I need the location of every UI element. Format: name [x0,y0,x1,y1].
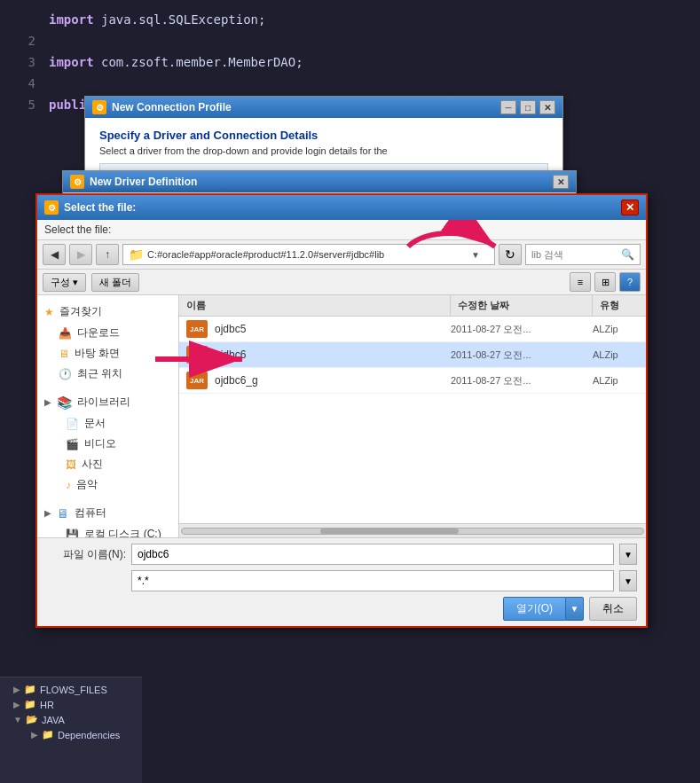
tree-folder-icon: 📁 [42,729,54,740]
sidebar-item-video[interactable]: 🎬 비디오 [37,434,178,454]
new-folder-label: 새 폴더 [99,277,131,287]
tree-item-label: HR [40,700,54,710]
recent-label: 최근 위치 [77,366,122,381]
search-input[interactable] [531,249,621,260]
maximize-button[interactable]: □ [520,100,536,114]
tree-item-label: JAVA [42,715,65,725]
search-box[interactable]: 🔍 [525,244,641,265]
computer-icon: 🖥 [57,506,69,521]
file-type-input[interactable] [131,570,614,591]
sidebar-item-music[interactable]: ♪ 음악 [37,474,178,495]
sidebar-favorites-section[interactable]: ★ 즐겨찾기 [37,301,178,323]
sidebar-item-recent[interactable]: 🕐 최근 위치 [37,364,178,384]
file-list-body: JAR ojdbc5 2011-08-27 오전... ALZip JAR oj… [179,317,646,523]
file-second-toolbar: 구성 ▾ 새 폴더 ≡ ⊞ ? [37,270,646,295]
minimize-button[interactable]: ─ [500,100,516,114]
driver-dialog-title: New Driver Definition [90,176,197,188]
file-type-dropdown-button[interactable]: ▼ [619,570,637,591]
open-button-group: 열기(O) ▼ [503,597,584,621]
file-row-ojdbc6[interactable]: JAR ojdbc6 2011-08-27 오전... ALZip [179,342,646,368]
sidebar-item-photos[interactable]: 🖼 사진 [37,454,178,474]
tree-arrow: ▼ [13,715,22,724]
organize-button[interactable]: 구성 ▾ [43,273,86,292]
file-type-ojdbc6: ALZip [593,349,646,360]
library-arrow-icon: ▶ [44,397,51,407]
tree-panel: ▶ 📁 FLOWS_FILES ▶ 📁 HR ▼ 📂 JAVA ▶ 📁 Depe… [0,677,142,783]
file-dialog-icon: ⚙ [44,200,59,215]
connection-dialog-icon: ⚙ [92,100,106,114]
video-label: 비디오 [84,436,116,451]
file-dialog-close-button[interactable]: ✕ [621,200,639,215]
new-folder-button[interactable]: 새 폴더 [91,273,139,292]
file-cancel-button[interactable]: 취소 [589,597,637,621]
select-file-text: Select the file: [44,223,111,236]
tree-item-deps[interactable]: ▶ 📁 Dependencies [4,727,138,742]
file-path-toolbar: ◀ ▶ ↑ 📁 C:#oracle#app#oracle#product#11.… [37,240,646,270]
search-icon[interactable]: 🔍 [621,248,634,261]
music-label: 음악 [76,477,98,492]
file-name-ojdbc6g: ojdbc6_g [215,374,451,387]
file-type-row: ▼ [46,570,637,591]
path-text: C:#oracle#app#oracle#product#11.2.0#serv… [147,249,468,260]
hscroll-track [181,528,644,535]
computer-arrow-icon: ▶ [44,508,51,518]
path-dropdown-button[interactable]: ▼ [471,250,489,260]
file-date-ojdbc5: 2011-08-27 오전... [451,323,593,336]
col-date-header: 수정한 날짜 [451,295,593,316]
driver-dialog-icon: ⚙ [70,175,84,189]
tree-item-flows[interactable]: ▶ 📁 FLOWS_FILES [4,682,138,697]
file-horizontal-scrollbar[interactable] [179,523,646,537]
file-row-ojdbc5[interactable]: JAR ojdbc5 2011-08-27 오전... ALZip [179,317,646,342]
view-help-button[interactable]: ? [619,272,641,292]
path-refresh-button[interactable]: ↻ [499,244,522,265]
tree-folder-icon: 📁 [24,684,36,695]
view-list-button[interactable]: ≡ [570,272,591,292]
tree-item-label: Dependencies [58,730,120,740]
drive-c-icon: 💾 [66,529,79,538]
col-type-header: 유형 [593,295,646,316]
docs-label: 문서 [84,416,106,431]
file-type-ojdbc5: ALZip [593,324,646,334]
sidebar-item-local-c[interactable]: 💾 로컬 디스크 (C:) [37,524,178,537]
connection-dialog-controls: ─ □ ✕ [500,100,555,114]
up-nav-button[interactable]: ↑ [96,244,119,265]
tree-item-java[interactable]: ▼ 📂 JAVA [4,712,138,727]
file-dialog-bottom: 파일 이름(N): ▼ ▼ 열기(O) ▼ 취소 [37,537,646,626]
close-button[interactable]: ✕ [539,100,555,114]
jar-icon: JAR [186,346,208,364]
forward-nav-button[interactable]: ▶ [69,244,92,265]
organize-label: 구성 ▾ [51,277,78,287]
local-c-label: 로컬 디스크 (C:) [84,527,161,537]
file-name-row: 파일 이름(N): ▼ [46,544,637,565]
file-name-input[interactable] [131,544,614,565]
file-row-ojdbc6g[interactable]: JAR ojdbc6_g 2011-08-27 오전... ALZip [179,368,646,394]
sidebar-library-section[interactable]: ▶ 📚 라이브러리 [37,391,178,413]
sidebar-separator [37,384,178,391]
file-date-ojdbc6: 2011-08-27 오전... [451,348,593,362]
tree-item-hr[interactable]: ▶ 📁 HR [4,697,138,712]
docs-folder-icon: 📄 [66,418,79,430]
driver-close-button[interactable]: ✕ [553,175,569,189]
view-grid-button[interactable]: ⊞ [594,272,616,292]
file-list-header: 이름 수정한 날짜 유형 [179,295,646,317]
tree-item-label: FLOWS_FILES [40,685,107,695]
file-name-dropdown-button[interactable]: ▼ [619,544,637,565]
computer-label: 컴퓨터 [75,505,106,521]
photos-folder-icon: 🖼 [66,458,76,471]
file-sidebar: ★ 즐겨찾기 📥 다운로드 🖥 바탕 화면 🕐 최근 위치 ▶ 📚 라이브러리 [37,295,179,537]
file-name-ojdbc5: ojdbc5 [215,323,451,335]
file-action-buttons: 열기(O) ▼ 취소 [46,597,637,621]
open-file-button[interactable]: 열기(O) [503,597,566,621]
connection-dialog-desc: Select a driver from the drop-down and p… [99,145,548,156]
sidebar-item-download[interactable]: 📥 다운로드 [37,323,178,343]
back-nav-button[interactable]: ◀ [43,244,66,265]
sidebar-item-docs[interactable]: 📄 문서 [37,413,178,434]
sidebar-separator2 [37,495,178,502]
open-dropdown-button[interactable]: ▼ [566,597,584,621]
file-main-area: ★ 즐겨찾기 📥 다운로드 🖥 바탕 화면 🕐 최근 위치 ▶ 📚 라이브러리 [37,295,646,537]
desktop-label: 바탕 화면 [75,346,120,361]
file-dialog-titlebar: ⚙ Select the file: ✕ [37,195,646,220]
sidebar-computer-section[interactable]: ▶ 🖥 컴퓨터 [37,502,178,524]
sidebar-item-desktop[interactable]: 🖥 바탕 화면 [37,343,178,364]
file-name-label: 파일 이름(N): [46,547,126,562]
